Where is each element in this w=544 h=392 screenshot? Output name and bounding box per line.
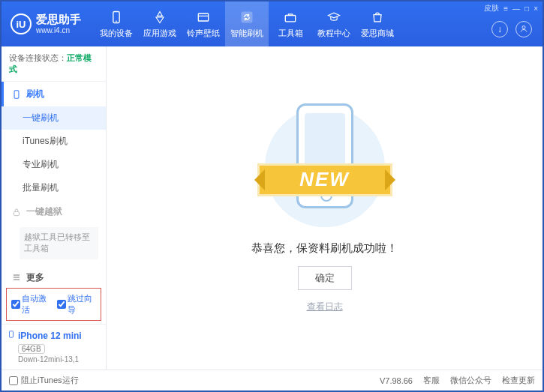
- connection-status: 设备连接状态：正常模式: [2, 46, 106, 82]
- download-icon: ↓: [497, 24, 502, 34]
- auto-activate-checkbox[interactable]: 自动激活: [11, 293, 51, 316]
- title-controls: 皮肤 ≡ — □ ×: [484, 3, 538, 13]
- nav-toolbox[interactable]: 工具箱: [269, 1, 312, 46]
- close-button[interactable]: ×: [533, 4, 538, 13]
- skip-guide-input[interactable]: [57, 300, 66, 309]
- sidebar-item-one-key-flash[interactable]: 一键刷机: [2, 106, 106, 130]
- jailbreak-note: 越狱工具已转移至工具箱: [20, 227, 98, 259]
- sidebar-scroll[interactable]: 刷机 一键刷机 iTunes刷机 专业刷机 批量刷机 一键越狱 越狱工具已转移至…: [2, 82, 106, 285]
- section-label: 更多: [26, 271, 44, 284]
- logo-icon: iU: [11, 13, 32, 34]
- section-more[interactable]: 更多: [2, 265, 106, 285]
- svg-rect-7: [14, 211, 20, 215]
- sidebar: 设备连接状态：正常模式 刷机 一键刷机 iTunes刷机 专业刷机 批量刷机 一…: [2, 46, 107, 370]
- bag-icon: [370, 10, 385, 25]
- nav-ringtone-wallpaper[interactable]: 铃声壁纸: [182, 1, 225, 46]
- folder-icon: [196, 10, 211, 25]
- maximize-button[interactable]: □: [524, 4, 529, 13]
- nav-label: 教程中心: [317, 28, 350, 39]
- download-button[interactable]: ↓: [491, 21, 508, 37]
- svg-rect-8: [10, 331, 14, 337]
- block-itunes-input[interactable]: [9, 376, 18, 385]
- header-right: ↓: [491, 21, 536, 37]
- auto-activate-label: 自动激活: [22, 293, 51, 316]
- flash-icon: [11, 89, 22, 100]
- auto-activate-input[interactable]: [11, 300, 20, 309]
- block-itunes-label: 阻止iTunes运行: [21, 375, 79, 386]
- svg-rect-3: [242, 11, 253, 22]
- version-label: V7.98.66: [380, 376, 413, 385]
- app-icon: [152, 10, 167, 25]
- skip-guide-label: 跳过向导: [68, 293, 97, 316]
- app-window: 皮肤 ≡ — □ × iU 爱思助手 www.i4.cn 我的设备 应用游戏: [0, 0, 544, 392]
- nav-store[interactable]: 爱思商城: [356, 1, 399, 46]
- minimize-button[interactable]: —: [512, 4, 520, 13]
- body: 设备连接状态：正常模式 刷机 一键刷机 iTunes刷机 专业刷机 批量刷机 一…: [2, 46, 542, 370]
- nav-tutorials[interactable]: 教程中心: [312, 1, 356, 46]
- nav-label: 智能刷机: [230, 28, 263, 39]
- device-name: iPhone 12 mini: [8, 329, 100, 342]
- menu-button[interactable]: ≡: [503, 4, 508, 13]
- status-label: 设备连接状态：: [9, 53, 67, 62]
- nav-smart-flash[interactable]: 智能刷机: [225, 1, 269, 46]
- sidebar-item-batch-flash[interactable]: 批量刷机: [2, 176, 106, 199]
- sidebar-item-pro-flash[interactable]: 专业刷机: [2, 153, 106, 176]
- section-jailbreak: 一键越狱: [2, 199, 106, 224]
- user-icon: [519, 24, 528, 35]
- footer: 阻止iTunes运行 V7.98.66 客服 微信公众号 检查更新: [2, 370, 542, 391]
- device-sub: Down-12mini-13,1: [18, 355, 100, 364]
- app-logo: iU 爱思助手 www.i4.cn: [11, 13, 81, 34]
- svg-rect-6: [14, 90, 19, 98]
- nav-apps-games[interactable]: 应用游戏: [138, 1, 182, 46]
- device-phone-icon: [8, 329, 15, 342]
- nav-label: 爱思商城: [361, 28, 394, 39]
- app-name: 爱思助手: [36, 13, 81, 26]
- device-storage: 64GB: [18, 344, 45, 354]
- main-content: NEW 恭喜您，保资料刷机成功啦！ 确定 查看日志: [107, 46, 542, 370]
- success-message: 恭喜您，保资料刷机成功啦！: [251, 241, 398, 256]
- svg-rect-2: [198, 13, 208, 21]
- block-itunes-checkbox[interactable]: 阻止iTunes运行: [9, 375, 79, 386]
- check-update-link[interactable]: 检查更新: [502, 375, 535, 386]
- nav-my-device[interactable]: 我的设备: [95, 1, 138, 46]
- nav-label: 我的设备: [100, 28, 133, 39]
- nav-label: 应用游戏: [143, 28, 176, 39]
- app-site: www.i4.cn: [36, 26, 81, 34]
- menu-icon: [11, 272, 22, 283]
- svg-rect-4: [285, 15, 295, 21]
- skin-button[interactable]: 皮肤: [484, 3, 499, 13]
- device-name-text: iPhone 12 mini: [18, 331, 82, 341]
- svg-point-1: [116, 20, 117, 22]
- toolbox-icon: [283, 10, 298, 25]
- header: 皮肤 ≡ — □ × iU 爱思助手 www.i4.cn 我的设备 应用游戏: [2, 1, 542, 46]
- nav-label: 工具箱: [278, 28, 303, 39]
- view-log-link[interactable]: 查看日志: [307, 301, 343, 313]
- section-flash[interactable]: 刷机: [2, 82, 106, 106]
- device-panel[interactable]: iPhone 12 mini 64GB Down-12mini-13,1: [2, 324, 106, 370]
- refresh-icon: [239, 10, 254, 25]
- new-ribbon: NEW: [257, 163, 392, 196]
- nav-label: 铃声壁纸: [187, 28, 220, 39]
- section-label: 一键越狱: [26, 205, 62, 218]
- sidebar-item-itunes-flash[interactable]: iTunes刷机: [2, 130, 106, 153]
- success-illustration: NEW: [250, 103, 400, 231]
- skip-guide-checkbox[interactable]: 跳过向导: [57, 293, 97, 316]
- phone-icon: [109, 10, 124, 25]
- account-button[interactable]: [515, 21, 532, 37]
- svg-point-5: [522, 25, 525, 28]
- options-box: 自动激活 跳过向导: [6, 288, 101, 321]
- section-label: 刷机: [26, 88, 44, 100]
- lock-icon: [11, 207, 22, 217]
- wechat-link[interactable]: 微信公众号: [450, 375, 491, 386]
- graduation-icon: [326, 10, 341, 25]
- customer-service-link[interactable]: 客服: [423, 375, 440, 386]
- ok-button[interactable]: 确定: [298, 266, 352, 290]
- main-nav: 我的设备 应用游戏 铃声壁纸 智能刷机 工具箱 教程中心: [95, 1, 399, 46]
